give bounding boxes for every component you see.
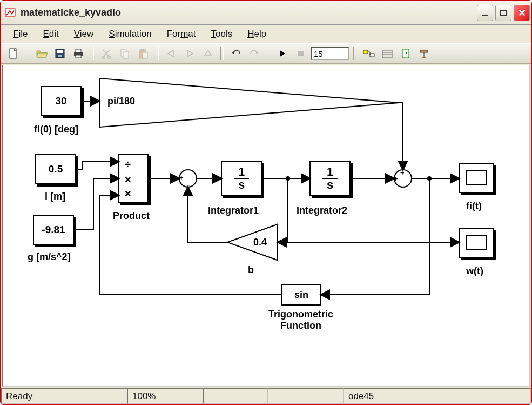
menu-edit[interactable]: Edit (35, 26, 66, 42)
block-gain-b[interactable] (225, 223, 278, 261)
refresh-button[interactable] (398, 46, 414, 61)
label-gain-b: b (248, 264, 254, 276)
redo-button[interactable] (246, 46, 262, 61)
up-button[interactable] (200, 46, 216, 61)
print-button[interactable] (70, 46, 86, 61)
label-scope-fi: fi(t) (466, 201, 482, 212)
titlebar: matematicke_kyvadlo ✕ (1, 1, 531, 25)
svg-rect-17 (298, 51, 304, 56)
status-empty2 (268, 388, 344, 404)
cut-button[interactable] (98, 46, 115, 61)
run-button[interactable] (274, 46, 291, 61)
svg-rect-9 (76, 55, 81, 58)
stop-button[interactable] (293, 46, 309, 61)
svg-marker-25 (227, 224, 277, 260)
label-integrator1: Integrator1 (208, 205, 259, 216)
block-integrator1[interactable]: 1s (221, 161, 262, 196)
window-controls: ✕ (477, 5, 530, 21)
block-scope-w[interactable] (459, 228, 494, 258)
menu-help[interactable]: Help (240, 26, 274, 42)
open-button[interactable] (33, 46, 50, 61)
menubar: File Edit View Simulation Format Tools H… (1, 25, 531, 43)
label-product: Product (113, 210, 150, 222)
menu-file[interactable]: File (5, 26, 35, 42)
label-const-l: l [m] (45, 191, 65, 202)
svg-rect-6 (58, 55, 62, 57)
copy-button[interactable] (117, 46, 133, 61)
block-const-g[interactable]: -9.81 (33, 215, 74, 245)
svg-point-26 (286, 177, 289, 180)
svg-rect-2 (501, 10, 506, 16)
status-ready: Ready (1, 388, 127, 404)
svg-rect-16 (143, 52, 147, 58)
paste-button[interactable] (135, 46, 151, 61)
gain-b-value: 0.4 (253, 237, 267, 248)
label-const-fi0: fi(0) [deg] (34, 124, 78, 135)
model-explorer-button[interactable] (379, 46, 395, 61)
back-button[interactable] (163, 46, 179, 61)
svg-marker-24 (100, 78, 399, 127)
block-gain-deg2rad[interactable] (99, 77, 401, 128)
svg-rect-20 (382, 50, 392, 58)
build-button[interactable] (416, 46, 432, 61)
svg-rect-13 (123, 52, 129, 58)
svg-rect-18 (363, 50, 368, 54)
block-product[interactable]: ÷ × × (118, 154, 149, 203)
block-trig[interactable]: sin (281, 284, 321, 306)
app-icon (4, 6, 17, 19)
block-scope-fi[interactable] (459, 163, 494, 193)
menu-tools[interactable]: Tools (204, 26, 240, 42)
app-window: matematicke_kyvadlo ✕ File Edit View Sim… (0, 0, 532, 405)
status-empty1 (203, 388, 268, 404)
block-sum1[interactable]: + − (179, 169, 197, 188)
svg-point-27 (428, 177, 431, 180)
toolbar (1, 43, 531, 64)
simulation-time-input[interactable] (311, 47, 349, 60)
block-integrator2[interactable]: 1s (309, 161, 351, 196)
statusbar: Ready 100% ode45 (1, 388, 531, 404)
block-sum2[interactable]: + + (394, 169, 412, 188)
label-const-g: g [m/s^2] (28, 251, 71, 263)
undo-button[interactable] (228, 46, 244, 61)
menu-simulation[interactable]: Simulation (101, 26, 159, 42)
label-trig: Trigonometric Function (268, 309, 333, 331)
forward-button[interactable] (181, 46, 198, 61)
gain-deg2rad-value: pi/180 (107, 96, 135, 107)
status-solver: ode45 (344, 388, 531, 404)
new-button[interactable] (5, 46, 22, 61)
status-zoom: 100% (127, 388, 203, 404)
minimize-button[interactable] (477, 5, 493, 21)
menu-view[interactable]: View (66, 26, 102, 42)
svg-rect-19 (370, 54, 374, 57)
save-button[interactable] (52, 46, 68, 61)
library-browser-button[interactable] (361, 46, 377, 61)
close-button[interactable]: ✕ (514, 5, 530, 21)
block-const-l[interactable]: 0.5 (35, 154, 76, 184)
label-integrator2: Integrator2 (297, 205, 347, 216)
maximize-button[interactable] (495, 5, 511, 21)
block-const-fi0[interactable]: 30 (41, 86, 82, 116)
svg-rect-23 (402, 49, 409, 58)
label-scope-w: w(t) (466, 265, 483, 277)
svg-rect-8 (76, 49, 81, 52)
menu-format[interactable]: Format (159, 26, 204, 42)
svg-rect-15 (141, 49, 144, 51)
model-canvas[interactable]: 30 fi(0) [deg] pi/180 0.5 l [m] -9.81 g … (2, 65, 530, 387)
svg-rect-5 (57, 50, 63, 53)
window-title: matematicke_kyvadlo (21, 7, 477, 18)
